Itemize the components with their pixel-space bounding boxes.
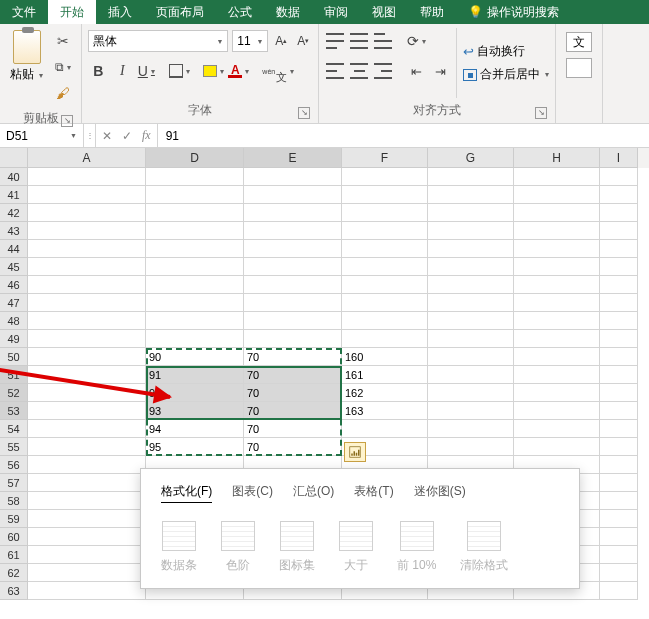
cell[interactable] xyxy=(342,222,428,240)
align-dialog-launcher[interactable]: ↘ xyxy=(535,107,547,119)
cell[interactable]: 70 xyxy=(244,402,342,420)
fill-color-button[interactable]: ▾ xyxy=(203,60,224,82)
qa-item-iconset[interactable]: 图标集 xyxy=(279,521,315,574)
cell[interactable] xyxy=(600,168,638,186)
cell[interactable] xyxy=(600,366,638,384)
quick-analysis-button[interactable] xyxy=(344,442,366,462)
cell[interactable] xyxy=(428,222,514,240)
qa-item-colorscale[interactable]: 色阶 xyxy=(221,521,255,574)
cell[interactable] xyxy=(428,294,514,312)
row-header[interactable]: 52 xyxy=(0,384,28,402)
row-header[interactable]: 56 xyxy=(0,456,28,474)
qa-tab-chart[interactable]: 图表(C) xyxy=(232,483,273,503)
cell[interactable] xyxy=(600,240,638,258)
cell[interactable] xyxy=(28,186,146,204)
cell[interactable] xyxy=(428,168,514,186)
cell[interactable] xyxy=(514,168,600,186)
row-header[interactable]: 40 xyxy=(0,168,28,186)
tab-insert[interactable]: 插入 xyxy=(96,0,144,24)
cell[interactable] xyxy=(342,294,428,312)
cell[interactable] xyxy=(28,384,146,402)
tab-review[interactable]: 审阅 xyxy=(312,0,360,24)
row-header[interactable]: 50 xyxy=(0,348,28,366)
italic-button[interactable]: I xyxy=(112,60,132,82)
cancel-formula-button[interactable]: ✕ xyxy=(102,129,112,143)
cell[interactable] xyxy=(146,186,244,204)
cell[interactable] xyxy=(600,312,638,330)
align-bottom-button[interactable] xyxy=(373,30,393,52)
cell[interactable] xyxy=(600,258,638,276)
row-header[interactable]: 57 xyxy=(0,474,28,492)
cell[interactable] xyxy=(600,438,638,456)
cell[interactable] xyxy=(28,168,146,186)
qa-item-clear[interactable]: 清除格式 xyxy=(460,521,508,574)
bold-button[interactable]: B xyxy=(88,60,108,82)
cell[interactable] xyxy=(514,384,600,402)
row-header[interactable]: 61 xyxy=(0,546,28,564)
cell[interactable] xyxy=(600,330,638,348)
cell[interactable] xyxy=(146,276,244,294)
insert-function-button[interactable]: fx xyxy=(142,128,151,143)
cell[interactable] xyxy=(146,330,244,348)
cell[interactable] xyxy=(600,186,638,204)
cell[interactable] xyxy=(600,294,638,312)
cell[interactable] xyxy=(342,204,428,222)
align-right-button[interactable] xyxy=(373,60,393,82)
col-header[interactable]: E xyxy=(244,148,342,168)
cell[interactable] xyxy=(244,276,342,294)
cell[interactable] xyxy=(514,438,600,456)
cell[interactable] xyxy=(28,528,146,546)
cell[interactable] xyxy=(28,510,146,528)
increase-indent-button[interactable]: ⇥ xyxy=(430,60,450,82)
row-header[interactable]: 55 xyxy=(0,438,28,456)
cell[interactable]: 70 xyxy=(244,366,342,384)
cell[interactable] xyxy=(600,510,638,528)
cell[interactable] xyxy=(28,420,146,438)
cell[interactable] xyxy=(28,438,146,456)
cell[interactable]: 161 xyxy=(342,366,428,384)
tab-file[interactable]: 文件 xyxy=(0,0,48,24)
cell[interactable] xyxy=(342,258,428,276)
formula-input[interactable]: 91 xyxy=(158,124,649,147)
cell[interactable] xyxy=(600,348,638,366)
cell[interactable] xyxy=(28,582,146,600)
enter-formula-button[interactable]: ✓ xyxy=(122,129,132,143)
cell[interactable] xyxy=(28,348,146,366)
tab-view[interactable]: 视图 xyxy=(360,0,408,24)
cell[interactable] xyxy=(428,384,514,402)
cell[interactable] xyxy=(514,420,600,438)
qa-tab-format[interactable]: 格式化(F) xyxy=(161,483,212,503)
row-header[interactable]: 41 xyxy=(0,186,28,204)
col-header[interactable]: I xyxy=(600,148,638,168)
cell[interactable]: 70 xyxy=(244,384,342,402)
cell[interactable] xyxy=(146,294,244,312)
tab-formula[interactable]: 公式 xyxy=(216,0,264,24)
cell[interactable] xyxy=(600,456,638,474)
align-center-button[interactable] xyxy=(349,60,369,82)
cell[interactable] xyxy=(342,312,428,330)
cell[interactable]: 91 xyxy=(146,366,244,384)
cell[interactable] xyxy=(244,204,342,222)
cell[interactable] xyxy=(428,240,514,258)
border-button[interactable]: ▾ xyxy=(169,60,190,82)
cell[interactable] xyxy=(28,276,146,294)
row-header[interactable]: 58 xyxy=(0,492,28,510)
underline-button[interactable]: U▾ xyxy=(136,60,156,82)
tab-help[interactable]: 帮助 xyxy=(408,0,456,24)
cell[interactable] xyxy=(146,222,244,240)
cell[interactable]: 90 xyxy=(146,348,244,366)
cell[interactable]: 95 xyxy=(146,438,244,456)
qa-tab-total[interactable]: 汇总(O) xyxy=(293,483,334,503)
cell[interactable] xyxy=(146,312,244,330)
cell[interactable] xyxy=(514,294,600,312)
cell[interactable] xyxy=(28,258,146,276)
cell[interactable] xyxy=(28,204,146,222)
cell[interactable] xyxy=(428,438,514,456)
cell[interactable] xyxy=(514,222,600,240)
font-name-combo[interactable]: 黑体▼ xyxy=(88,30,228,52)
cell[interactable]: 162 xyxy=(342,384,428,402)
cell[interactable] xyxy=(514,312,600,330)
col-header[interactable]: H xyxy=(514,148,600,168)
cell[interactable]: 94 xyxy=(146,420,244,438)
cell[interactable] xyxy=(146,258,244,276)
